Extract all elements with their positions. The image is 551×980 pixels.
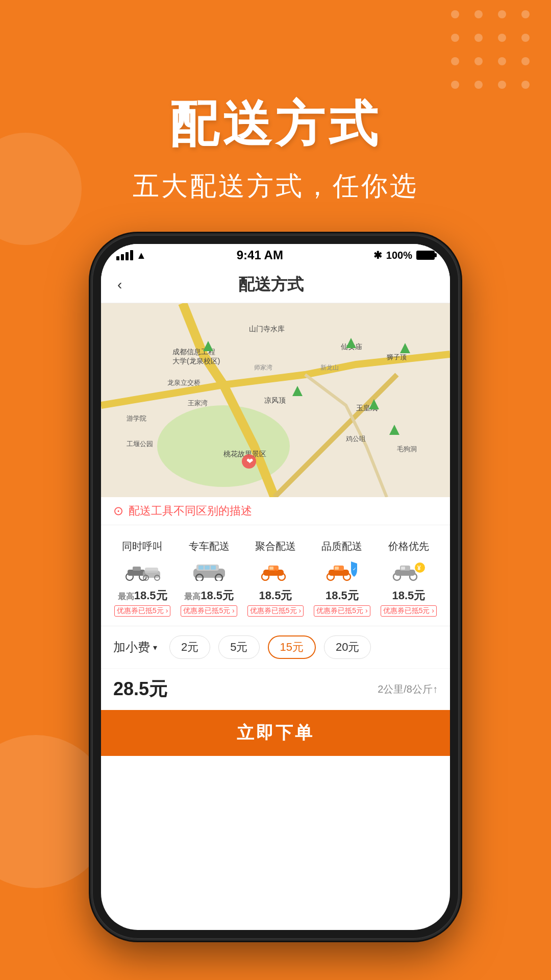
svg-text:大学(龙泉校区): 大学(龙泉校区) — [172, 357, 220, 365]
background-dots — [451, 10, 536, 95]
option-name-3: 品质配送 — [311, 540, 373, 553]
option-price-4: 18.5元 — [378, 588, 440, 603]
svg-text:游学院: 游学院 — [127, 414, 146, 422]
warning-bar: ⊙ 配送工具不同区别的描述 — [101, 497, 450, 525]
dropdown-icon: ▾ — [153, 643, 157, 652]
option-price-first[interactable]: 价格优先 ¥ — [375, 535, 442, 621]
option-icon-4: ¥ — [378, 556, 440, 585]
warning-icon: ⊙ — [113, 504, 123, 518]
nav-title: 配送方式 — [126, 274, 415, 296]
warning-text: 配送工具不同区别的描述 — [129, 503, 252, 519]
fee-option-2[interactable]: 2元 — [169, 635, 210, 659]
fee-option-20[interactable]: 20元 — [324, 635, 371, 659]
svg-rect-41 — [211, 566, 216, 570]
extra-fee-row: 加小费 ▾ 2元 5元 15元 20元 — [101, 626, 450, 669]
svg-rect-47 — [274, 570, 277, 573]
option-aggregate[interactable]: 聚合配送 18.5元 — [242, 535, 309, 621]
option-icon-3: ✓ — [311, 556, 373, 585]
option-coupon-2: 优惠券已抵5元 › — [244, 605, 307, 617]
option-price-1: 最高18.5元 — [178, 588, 240, 603]
signal-bar-3 — [126, 252, 129, 260]
svg-rect-39 — [198, 566, 204, 570]
svg-rect-40 — [205, 566, 210, 570]
svg-text:师家湾: 师家湾 — [254, 364, 272, 371]
signal-bar-4 — [130, 250, 133, 260]
wifi-icon: ▲ — [136, 250, 146, 261]
svg-text:龙泉立交桥: 龙泉立交桥 — [167, 379, 201, 386]
phone-screen: ▲ 9:41 AM ✱ 100% ‹ 配送方式 — [101, 244, 450, 930]
option-simultaneous[interactable]: 同时呼叫 — [109, 535, 176, 621]
map-area: 成都信息工程 大学(龙泉校区) 龙泉立交桥 山门寺水库 仙女庙 狮子顶 游学院 … — [101, 303, 450, 497]
svg-text:工堰公园: 工堰公园 — [127, 440, 153, 448]
total-price: 28.5元 — [113, 677, 167, 702]
svg-rect-32 — [145, 568, 158, 573]
signal-bars — [116, 250, 133, 260]
status-bar: ▲ 9:41 AM ✱ 100% — [101, 244, 450, 266]
option-coupon-1: 优惠券已抵5元 › — [178, 605, 240, 617]
svg-text:凉风顶: 凉风顶 — [264, 396, 286, 404]
fee-option-15[interactable]: 15元 — [268, 635, 316, 659]
battery-icon — [416, 251, 435, 260]
svg-text:❤: ❤ — [246, 457, 253, 465]
option-name-4: 价格优先 — [378, 540, 440, 553]
svg-text:¥: ¥ — [417, 565, 421, 572]
option-price-2: 18.5元 — [244, 588, 307, 603]
options-row: 同时呼叫 — [109, 535, 442, 621]
svg-text:狮子顶: 狮子顶 — [387, 353, 407, 361]
back-button[interactable]: ‹ — [113, 273, 126, 297]
fee-option-5[interactable]: 5元 — [218, 635, 259, 659]
delivery-info: 2公里/8公斤↑ — [378, 682, 438, 696]
status-right: ✱ 100% — [373, 249, 435, 261]
phone-mockup: ▲ 9:41 AM ✱ 100% ‹ 配送方式 — [92, 235, 459, 939]
option-name-0: 同时呼叫 — [111, 540, 173, 553]
option-icon-0 — [111, 556, 173, 585]
delivery-options: 同时呼叫 — [101, 525, 450, 626]
option-price-0: 最高18.5元 — [111, 588, 173, 603]
order-button[interactable]: 立即下单 — [101, 710, 450, 756]
signal-bar-2 — [121, 254, 124, 260]
svg-text:山门寺水库: 山门寺水库 — [249, 325, 285, 333]
svg-text:鸡公咀: 鸡公咀 — [345, 435, 366, 443]
phone-shell: ▲ 9:41 AM ✱ 100% ‹ 配送方式 — [92, 235, 459, 939]
bluetooth-icon: ✱ — [373, 249, 382, 261]
hero-subtitle: 五大配送方式，任你选 — [0, 168, 551, 204]
svg-text:毛狗洞: 毛狗洞 — [397, 445, 417, 453]
nav-bar: ‹ 配送方式 — [101, 266, 450, 303]
fee-options: 2元 5元 15元 20元 — [169, 635, 371, 659]
extra-fee-label: 加小费 ▾ — [113, 639, 157, 655]
svg-rect-46 — [269, 567, 273, 570]
battery-percent: 100% — [386, 250, 412, 261]
option-coupon-4: 优惠券已抵5元 › — [378, 605, 440, 617]
option-name-1: 专车配送 — [178, 540, 240, 553]
option-icon-1 — [178, 556, 240, 585]
svg-text:新龙山: 新龙山 — [320, 364, 339, 371]
option-private-car[interactable]: 专车配送 — [176, 535, 242, 621]
svg-rect-52 — [335, 567, 339, 570]
hero-title: 配送方式 — [0, 92, 551, 158]
status-left: ▲ — [116, 250, 146, 261]
svg-text:王家湾: 王家湾 — [188, 399, 208, 407]
battery-fill — [417, 252, 434, 259]
svg-text:✓: ✓ — [353, 567, 357, 572]
signal-bar-1 — [116, 256, 119, 260]
status-time: 9:41 AM — [237, 248, 283, 262]
option-name-2: 聚合配送 — [244, 540, 307, 553]
svg-rect-58 — [401, 567, 405, 570]
option-icon-2 — [244, 556, 307, 585]
hero-section: 配送方式 五大配送方式，任你选 — [0, 92, 551, 204]
total-row: 28.5元 2公里/8公斤↑ — [101, 669, 450, 710]
svg-rect-30 — [133, 567, 141, 571]
option-coupon-3: 优惠券已抵5元 › — [311, 605, 373, 617]
option-price-3: 18.5元 — [311, 588, 373, 603]
option-coupon-0: 优惠券已抵5元 › — [111, 605, 173, 617]
option-quality[interactable]: 品质配送 ✓ — [309, 535, 375, 621]
